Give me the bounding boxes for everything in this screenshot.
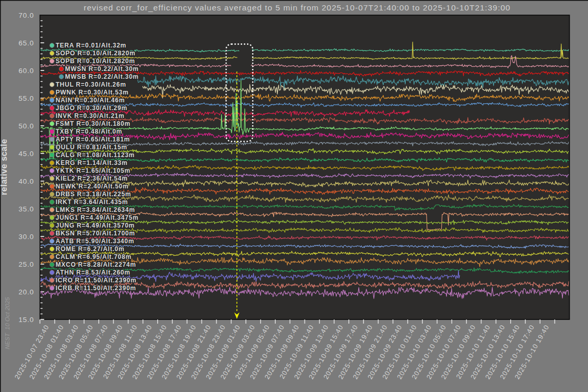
svg-text:NAIN R=0.30/Alt.46m: NAIN R=0.30/Alt.46m — [56, 97, 125, 104]
svg-text:AATB R=5.90/Alt.3340m: AATB R=5.90/Alt.3340m — [56, 237, 135, 245]
svg-text:DRBS R=3.18/Alt.225m: DRBS R=3.18/Alt.225m — [56, 191, 132, 198]
svg-text:ROME R=6.27/Alt.0m: ROME R=6.27/Alt.0m — [56, 245, 125, 253]
svg-text:35.0: 35.0 — [19, 205, 34, 213]
svg-text:TERA R=0.01/Alt.32m: TERA R=0.01/Alt.32m — [56, 42, 127, 49]
svg-text:JUNG1 R=4.49/Alt.3475m: JUNG1 R=4.49/Alt.3475m — [56, 214, 139, 221]
svg-text:50.0: 50.0 — [19, 122, 34, 130]
svg-text:LMKS R=3.84/Alt.2634m: LMKS R=3.84/Alt.2634m — [56, 206, 135, 213]
svg-text:BKSN R=5.70/Alt.1700m: BKSN R=5.70/Alt.1700m — [56, 230, 135, 237]
svg-text:70.0: 70.0 — [19, 11, 34, 19]
svg-text:THUL R=0.30/Alt.26m: THUL R=0.30/Alt.26m — [56, 81, 126, 88]
svg-text:JUNG R=4.49/Alt.3570m: JUNG R=4.49/Alt.3570m — [56, 222, 135, 229]
svg-text:55.0: 55.0 — [19, 94, 34, 102]
svg-text:25.0: 25.0 — [19, 260, 34, 268]
svg-text:KERG R=1.14/Alt.33m: KERG R=1.14/Alt.33m — [56, 159, 128, 167]
svg-text:SOPB R=0.10/Alt.2820m: SOPB R=0.10/Alt.2820m — [56, 57, 135, 65]
svg-text:KIEL2 R=2.36/Alt.54m: KIEL2 R=2.36/Alt.54m — [56, 175, 128, 182]
svg-text:MWSB R=0.22/Alt.30m: MWSB R=0.22/Alt.30m — [65, 73, 139, 80]
svg-text:QULU R=0.81/Alt.15m: QULU R=0.81/Alt.15m — [56, 144, 127, 151]
svg-text:relative scale: relative scale — [0, 139, 8, 195]
svg-text:65.0: 65.0 — [19, 39, 34, 47]
svg-text:SOPO R=0.10/Alt.2820m: SOPO R=0.10/Alt.2820m — [56, 50, 136, 57]
svg-text:45.0: 45.0 — [19, 150, 34, 158]
svg-text:CALM R=6.95/Alt.708m: CALM R=6.95/Alt.708m — [56, 253, 132, 260]
svg-text:JBGO R=0.30/Alt.29m: JBGO R=0.30/Alt.29m — [56, 104, 127, 112]
svg-text:CALG R=1.08/Alt.1123m: CALG R=1.08/Alt.1123m — [56, 151, 135, 159]
svg-text:NEST 10 Oct 2025: NEST 10 Oct 2025 — [4, 297, 10, 349]
svg-text:ICRO R=11.50/Alt.2390m: ICRO R=11.50/Alt.2390m — [56, 277, 137, 284]
svg-text:MXCO R=8.28/Alt.2274m: MXCO R=8.28/Alt.2274m — [56, 261, 136, 268]
svg-text:INVK R=0.30/Alt.21m: INVK R=0.30/Alt.21m — [56, 112, 125, 120]
svg-text:NEWK R=2.40/Alt.50m: NEWK R=2.40/Alt.50m — [56, 183, 129, 190]
svg-text:60.0: 60.0 — [19, 67, 34, 75]
svg-text:FSMT R=0.30/Alt.180m: FSMT R=0.30/Alt.180m — [56, 120, 131, 127]
svg-text:ICRB R=11.50/Alt.2390m: ICRB R=11.50/Alt.2390m — [56, 284, 136, 292]
svg-text:YKTK R=1.65/Alt.105m: YKTK R=1.65/Alt.105m — [56, 167, 131, 174]
svg-text:MWSN R=0.22/Alt.30m: MWSN R=0.22/Alt.30m — [65, 65, 139, 73]
svg-text:IRKT R=3.64/Alt.435m: IRKT R=3.64/Alt.435m — [56, 198, 128, 206]
svg-text:30.0: 30.0 — [19, 233, 34, 241]
svg-text:TXBY R=0.48/Alt.0m: TXBY R=0.48/Alt.0m — [56, 128, 123, 135]
svg-text:40.0: 40.0 — [19, 177, 34, 185]
svg-text:20.0: 20.0 — [19, 288, 34, 296]
svg-text:revised corr_for_efficiency va: revised corr_for_efficiency values avera… — [84, 3, 510, 12]
svg-text:ATHN R=8.53/Alt.260m: ATHN R=8.53/Alt.260m — [56, 269, 131, 276]
svg-text:PWNK R=0.30/Alt.53m: PWNK R=0.30/Alt.53m — [56, 89, 129, 96]
svg-text:15.0: 15.0 — [19, 316, 34, 324]
svg-text:APTY R=0.65/Alt.181m: APTY R=0.65/Alt.181m — [56, 136, 131, 143]
